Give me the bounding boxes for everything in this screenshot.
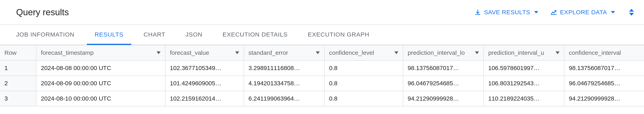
- results-tabs: JOB INFORMATION RESULTS CHART JSON EXECU…: [0, 25, 644, 45]
- chevron-down-icon: [629, 13, 634, 16]
- sort-icon: [316, 51, 320, 54]
- cell-forecast-timestamp: 2024-08-09 00:00:00 UTC: [36, 76, 165, 91]
- cell-forecast-value: 102.3677105349…: [165, 60, 244, 76]
- col-header-confidence-level[interactable]: confidence_level: [324, 45, 403, 60]
- results-table: Row forecast_timestamp forecast_value st…: [0, 45, 644, 106]
- sort-icon: [156, 51, 160, 54]
- explore-chart-icon: [550, 9, 557, 16]
- row-number: 3: [0, 91, 36, 106]
- table-row: 1 2024-08-08 00:00:00 UTC 102.3677105349…: [0, 60, 644, 76]
- tab-chart[interactable]: CHART: [134, 24, 176, 45]
- tab-execution-graph[interactable]: EXECUTION GRAPH: [298, 24, 380, 45]
- cell-prediction-lower: 96.04679254685…: [403, 76, 484, 91]
- cell-prediction-upper: 106.5978601997…: [484, 60, 564, 76]
- save-results-label: SAVE RESULTS: [484, 9, 530, 16]
- col-header-prediction-interval-upper[interactable]: prediction_interval_u: [484, 45, 564, 60]
- col-header-confidence-interval[interactable]: confidence_interval: [564, 45, 644, 60]
- cell-confidence-interval: 98.13756087017…: [564, 60, 644, 76]
- cell-prediction-upper: 106.8031292543…: [484, 76, 564, 91]
- expand-collapse-button[interactable]: [629, 9, 634, 16]
- tab-json[interactable]: JSON: [175, 24, 212, 45]
- tab-job-information[interactable]: JOB INFORMATION: [16, 24, 84, 45]
- chevron-up-icon: [629, 9, 634, 12]
- cell-confidence-interval: 96.04679254685…: [564, 76, 644, 91]
- col-header-row[interactable]: Row: [0, 45, 36, 60]
- cell-forecast-timestamp: 2024-08-10 00:00:00 UTC: [36, 91, 165, 106]
- row-number: 1: [0, 60, 36, 76]
- table-row: 3 2024-08-10 00:00:00 UTC 102.2159162014…: [0, 91, 644, 106]
- col-header-forecast-timestamp[interactable]: forecast_timestamp: [36, 45, 165, 60]
- row-number: 2: [0, 76, 36, 91]
- sort-icon: [394, 51, 398, 54]
- cell-confidence-level: 0.8: [324, 60, 403, 76]
- chevron-down-icon: [611, 11, 615, 13]
- col-header-forecast-value[interactable]: forecast_value: [165, 45, 244, 60]
- cell-forecast-value: 101.4249609005…: [165, 76, 244, 91]
- cell-confidence-level: 0.8: [324, 91, 403, 106]
- download-icon: [474, 9, 481, 16]
- cell-confidence-level: 0.8: [324, 76, 403, 91]
- cell-confidence-interval: 94.21290999928…: [564, 91, 644, 106]
- cell-prediction-upper: 110.2189224035…: [484, 91, 564, 106]
- tab-results[interactable]: RESULTS: [84, 24, 134, 45]
- explore-data-button[interactable]: EXPLORE DATA: [550, 9, 615, 16]
- sort-icon: [556, 51, 560, 54]
- sort-icon: [475, 51, 479, 54]
- sort-icon: [235, 51, 239, 54]
- page-title: Query results: [16, 7, 69, 17]
- cell-forecast-timestamp: 2024-08-08 00:00:00 UTC: [36, 60, 165, 76]
- table-row: 2 2024-08-09 00:00:00 UTC 101.4249609005…: [0, 76, 644, 91]
- cell-standard-error: 4.194201334758…: [244, 76, 324, 91]
- cell-forecast-value: 102.2159162014…: [165, 91, 244, 106]
- cell-prediction-lower: 98.13756087017…: [403, 60, 484, 76]
- cell-standard-error: 3.298911116808…: [244, 60, 324, 76]
- results-header: Query results SAVE RESULTS EXPLORE DATA: [0, 0, 644, 25]
- cell-prediction-lower: 94.21290999928…: [403, 91, 484, 106]
- col-header-prediction-interval-lower[interactable]: prediction_interval_lo: [403, 45, 484, 60]
- explore-data-label: EXPLORE DATA: [560, 9, 607, 16]
- col-header-standard-error[interactable]: standard_error: [244, 45, 324, 60]
- chevron-down-icon: [534, 11, 538, 13]
- cell-standard-error: 6.241199063964…: [244, 91, 324, 106]
- tab-execution-details[interactable]: EXECUTION DETAILS: [212, 24, 298, 45]
- save-results-button[interactable]: SAVE RESULTS: [474, 9, 538, 16]
